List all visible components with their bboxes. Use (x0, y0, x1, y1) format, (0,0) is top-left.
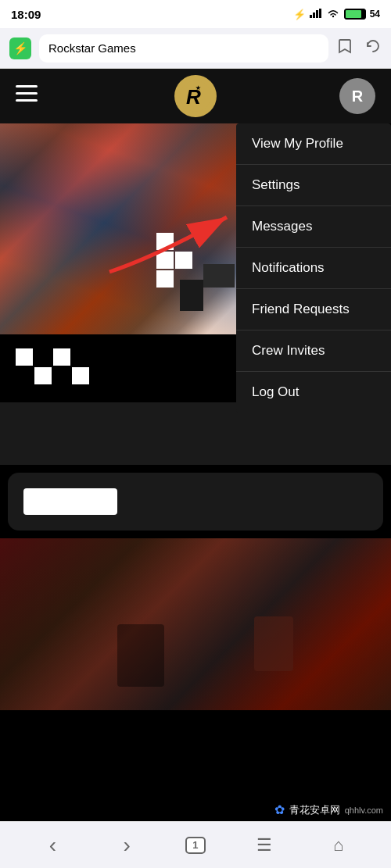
lower-image (0, 538, 391, 710)
shield-icon: ⚡ (9, 38, 31, 59)
crew-invites-item[interactable]: Crew Invites (236, 330, 391, 372)
notifications-item[interactable]: Notifications (236, 248, 391, 289)
hamburger-menu[interactable] (16, 85, 38, 107)
settings-item[interactable]: Settings (236, 165, 391, 206)
browser-bar: ⚡ Rockstar Games (0, 28, 391, 69)
friend-requests-item[interactable]: Friend Requests (236, 289, 391, 330)
status-bar: 18:09 ⚡ 54 (0, 0, 391, 28)
avatar-letter: R (352, 88, 363, 105)
watermark-icon: ✿ (274, 802, 285, 817)
watermark-url: qhhlv.com (345, 805, 383, 815)
browser-actions (336, 38, 382, 59)
user-avatar[interactable]: R (339, 78, 375, 114)
svg-rect-6 (16, 92, 38, 95)
svg-rect-5 (16, 85, 38, 88)
svg-rect-3 (319, 9, 321, 18)
back-button[interactable]: ‹ (37, 833, 68, 858)
battery-percent: 54 (370, 9, 380, 20)
main-content: View My Profile Settings Messages Notifi… (0, 123, 391, 710)
wifi-icon (326, 8, 340, 20)
status-icons: ⚡ 54 (293, 8, 380, 20)
svg-rect-7 (16, 99, 38, 102)
svg-rect-0 (310, 15, 312, 18)
menu-button[interactable]: ☰ (249, 835, 280, 855)
white-bar (23, 488, 117, 515)
home-button[interactable]: ⌂ (323, 835, 354, 855)
tab-switcher[interactable]: 1 (185, 837, 206, 854)
battery-fill (346, 10, 361, 18)
watermark-text: 青花安卓网 (289, 803, 340, 817)
rs-header: R R (0, 69, 391, 123)
log-out-item[interactable]: Log Out (236, 372, 391, 413)
signal-icon (310, 9, 322, 20)
status-time: 18:09 (11, 8, 41, 21)
svg-rect-1 (313, 13, 315, 18)
rockstar-logo: R (174, 75, 217, 117)
battery-icon (344, 9, 366, 20)
bluetooth-icon: ⚡ (293, 9, 306, 20)
messages-item[interactable]: Messages (236, 206, 391, 248)
svg-rect-2 (316, 10, 318, 18)
hero-image (0, 123, 242, 334)
app-wrapper: R R (0, 69, 391, 821)
refresh-icon[interactable] (364, 38, 382, 59)
watermark: ✿ 青花安卓网 qhhlv.com (267, 798, 391, 821)
svg-point-4 (332, 16, 333, 17)
hero-section: View My Profile Settings Messages Notifi… (0, 123, 391, 334)
forward-button[interactable]: › (111, 833, 142, 858)
site-name: Rockstar Games (48, 41, 136, 55)
content-card (8, 473, 383, 530)
bookmark-icon[interactable] (336, 38, 353, 59)
view-my-profile-item[interactable]: View My Profile (236, 123, 391, 165)
bottom-nav-bar: ‹ › 1 ☰ ⌂ (0, 821, 391, 868)
url-bar[interactable]: Rockstar Games (39, 34, 328, 63)
dropdown-menu: View My Profile Settings Messages Notifi… (236, 123, 391, 413)
